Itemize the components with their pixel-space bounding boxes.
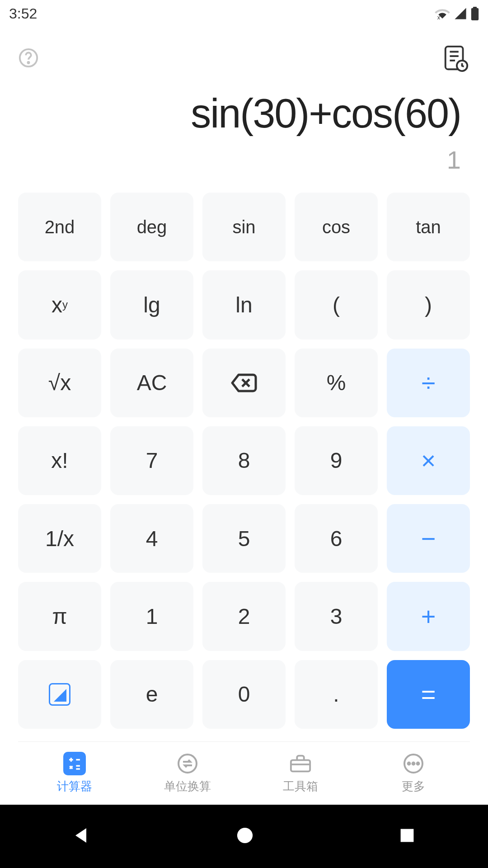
help-icon[interactable] (18, 47, 39, 70)
wifi-off-icon: x (435, 7, 450, 20)
key-decimal[interactable]: . (295, 660, 378, 729)
svg-rect-2 (473, 7, 477, 9)
android-nav-bar (0, 805, 488, 868)
svg-point-24 (413, 763, 415, 765)
key-multiply[interactable]: × (387, 426, 470, 495)
nav-unit-label: 单位换算 (164, 778, 211, 794)
collapse-icon (49, 683, 70, 706)
nav-calculator[interactable]: 计算器 (18, 742, 131, 805)
key-0[interactable]: 0 (202, 660, 286, 729)
key-cos[interactable]: cos (295, 193, 378, 261)
nav-toolbox[interactable]: 工具箱 (244, 742, 357, 805)
android-back-button[interactable] (73, 826, 91, 846)
expression-display[interactable]: sin(30)+cos(60) (18, 90, 461, 137)
key-3[interactable]: 3 (295, 582, 378, 651)
key-9[interactable]: 9 (295, 426, 378, 495)
top-toolbar (18, 27, 470, 81)
svg-point-23 (408, 763, 410, 765)
bottom-nav: 计算器 单位换算 工具箱 更多 (18, 741, 470, 805)
android-home-button[interactable] (236, 827, 253, 846)
key-open-paren[interactable]: ( (295, 270, 378, 339)
key-ac[interactable]: AC (110, 349, 193, 417)
backspace-icon (230, 373, 258, 393)
toolbox-icon (289, 752, 312, 775)
key-close-paren[interactable]: ) (387, 270, 470, 339)
nav-unit[interactable]: 单位换算 (131, 742, 244, 805)
svg-text:x: x (437, 14, 441, 20)
key-1[interactable]: 1 (110, 582, 193, 651)
keypad: 2nd deg sin cos tan xy lg ln ( ) √x AC %… (18, 188, 470, 741)
svg-rect-1 (471, 8, 479, 20)
key-divide[interactable]: ÷ (387, 349, 470, 417)
history-icon[interactable] (442, 44, 470, 74)
key-collapse[interactable] (18, 660, 101, 729)
key-sqrt[interactable]: √x (18, 349, 101, 417)
svg-point-25 (417, 763, 419, 765)
key-sin[interactable]: sin (202, 193, 286, 261)
nav-toolbox-label: 工具箱 (283, 778, 318, 794)
key-equals[interactable]: = (387, 660, 470, 729)
key-e[interactable]: e (110, 660, 193, 729)
svg-rect-27 (401, 829, 414, 842)
svg-point-4 (28, 62, 29, 63)
android-recent-button[interactable] (399, 827, 415, 845)
key-pi[interactable]: π (18, 582, 101, 651)
key-power[interactable]: xy (18, 270, 101, 339)
svg-point-19 (178, 755, 197, 773)
app-body: sin(30)+cos(60) 1 2nd deg sin cos tan xy… (0, 27, 488, 805)
nav-more[interactable]: 更多 (357, 742, 470, 805)
key-deg[interactable]: deg (110, 193, 193, 261)
key-ln[interactable]: ln (202, 270, 286, 339)
key-2nd[interactable]: 2nd (18, 193, 101, 261)
key-4[interactable]: 4 (110, 504, 193, 573)
key-plus[interactable]: + (387, 582, 470, 651)
key-tan[interactable]: tan (387, 193, 470, 261)
convert-icon (176, 752, 199, 775)
key-2[interactable]: 2 (202, 582, 286, 651)
battery-icon (471, 7, 479, 20)
key-percent[interactable]: % (295, 349, 378, 417)
key-backspace[interactable] (202, 349, 286, 417)
key-6[interactable]: 6 (295, 504, 378, 573)
result-display: 1 (18, 145, 461, 175)
display-area: sin(30)+cos(60) 1 (18, 81, 470, 188)
svg-rect-20 (291, 760, 310, 771)
nav-more-label: 更多 (402, 778, 425, 794)
nav-calculator-label: 计算器 (57, 778, 92, 794)
key-reciprocal[interactable]: 1/x (18, 504, 101, 573)
status-time: 3:52 (9, 5, 37, 22)
status-icons: x (435, 7, 479, 20)
key-minus[interactable]: − (387, 504, 470, 573)
svg-point-26 (237, 828, 253, 843)
calculator-icon (63, 752, 86, 775)
signal-icon (454, 7, 467, 20)
status-bar: 3:52 x (0, 0, 488, 27)
more-icon (402, 752, 425, 775)
key-8[interactable]: 8 (202, 426, 286, 495)
key-lg[interactable]: lg (110, 270, 193, 339)
key-factorial[interactable]: x! (18, 426, 101, 495)
key-7[interactable]: 7 (110, 426, 193, 495)
key-5[interactable]: 5 (202, 504, 286, 573)
